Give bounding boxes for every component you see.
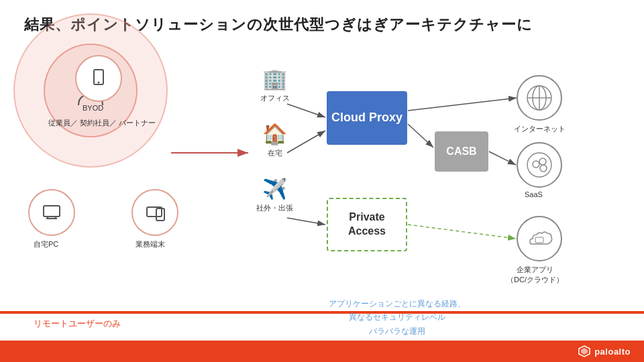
enterprise-circle [517, 216, 562, 261]
homepc-label: 自宅PC [34, 239, 58, 249]
svg-rect-28 [535, 237, 543, 243]
cloud-proxy-label: Cloud Proxy [331, 110, 402, 125]
paloalto-logo: paloalto [578, 345, 631, 357]
svg-line-9 [489, 152, 516, 165]
byod-label: BYOD [83, 104, 103, 112]
svg-line-7 [408, 98, 517, 111]
internet-label: インターネット [514, 124, 566, 134]
svg-point-14 [98, 82, 100, 84]
outside-label: 社外・出張 [256, 203, 293, 213]
bottom-label-left: リモートユーザーのみ [34, 318, 121, 330]
office-icon: 🏢 [262, 67, 287, 90]
casb-box: CASB [435, 131, 488, 172]
svg-point-26 [539, 158, 546, 165]
location-home: 🏠 在宅 [256, 122, 293, 158]
svg-line-8 [408, 124, 433, 147]
cloud-proxy-box: Cloud Proxy [327, 91, 407, 145]
slide: 結果、ポイントソリューションの次世代型つぎはぎアーキテクチャーに [0, 0, 644, 362]
internet-circle [517, 75, 562, 121]
homepc-circle [28, 189, 75, 236]
home-label: 在宅 [268, 148, 282, 158]
saas-label: SaaS [525, 190, 543, 198]
location-office: 🏢 オフィス [256, 67, 293, 103]
paloalto-logo-icon [578, 345, 590, 357]
private-access-box: Private Access [327, 198, 407, 251]
svg-rect-19 [156, 208, 164, 221]
person-label: 従業員／ 契約社員／ パートナー [48, 117, 156, 129]
outside-icon: ✈️ [262, 177, 287, 200]
enterprise-label: 企業アプリ （DC/クラウド） [506, 265, 564, 285]
bottom-label-right: アプリケーションごとに異なる経路、 異なるセキュリティレベル バラバラな運用 [329, 297, 466, 338]
svg-point-27 [540, 165, 547, 172]
private-access-label: Private Access [348, 210, 386, 239]
location-outside: ✈️ 社外・出張 [256, 177, 293, 213]
bottom-bar: paloalto [0, 341, 644, 362]
paloalto-logo-text: paloalto [594, 347, 631, 357]
biz-label: 業務端末 [136, 239, 165, 249]
divider-bar [0, 311, 644, 314]
office-label: オフィス [260, 93, 290, 103]
byod-circle [75, 55, 122, 102]
svg-rect-15 [44, 206, 60, 217]
casb-label: CASB [446, 145, 476, 158]
home-icon: 🏠 [262, 122, 287, 145]
saas-circle [517, 142, 562, 188]
svg-marker-30 [581, 348, 588, 355]
location-list: 🏢 オフィス 🏠 在宅 ✈️ 社外・出張 [256, 67, 293, 232]
svg-point-25 [533, 161, 539, 168]
biz-circle [131, 189, 178, 236]
svg-line-10 [408, 225, 516, 239]
